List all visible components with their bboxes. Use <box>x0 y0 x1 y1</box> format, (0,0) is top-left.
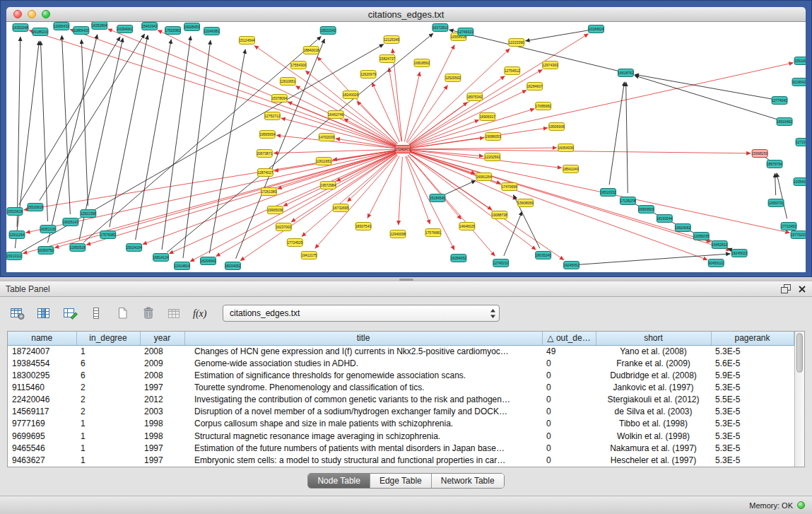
graph-node-12414814[interactable]: 12414814 <box>174 262 189 270</box>
graph-node-16284607[interactable]: 16284607 <box>527 83 543 90</box>
graph-node-16052130[interactable]: 16052130 <box>40 226 56 233</box>
table-row[interactable]: 1830029562008Estimation of significance … <box>8 370 794 382</box>
cell[interactable]: 5.3E-5 <box>711 345 794 358</box>
graph-node-10184524[interactable]: 10184524 <box>588 25 604 33</box>
graph-node-12723442[interactable]: 12723442 <box>796 139 806 146</box>
cell[interactable]: Estimation of the future numbers of pati… <box>184 443 542 455</box>
graph-node-17554300[interactable]: 17554300 <box>290 62 306 69</box>
cell[interactable]: 2008 <box>140 370 184 382</box>
cell[interactable]: 5.3E-5 <box>711 382 794 394</box>
graph-node-18579794[interactable]: 18579794 <box>767 160 782 168</box>
graph-node-18541049[interactable]: 18541049 <box>563 165 579 173</box>
graph-node-12202591[interactable]: 12202591 <box>485 153 500 161</box>
graph-node-15013112[interactable]: 15013112 <box>6 252 22 260</box>
column-header-name[interactable]: name <box>8 332 76 345</box>
cell[interactable]: 18300295 <box>8 370 76 382</box>
tab-network-table[interactable]: Network Table <box>431 474 504 488</box>
graph-node-16204542[interactable]: 16204542 <box>200 257 216 265</box>
tab-node-table[interactable]: Node Table <box>308 474 370 488</box>
graph-node-20520618[interactable]: 20520618 <box>7 208 23 216</box>
graph-node-14646025[interactable]: 14646025 <box>459 223 475 230</box>
cell[interactable]: 2008 <box>140 345 184 358</box>
graph-node-16462746[interactable]: 16462746 <box>328 111 343 119</box>
cell[interactable]: 1 <box>76 430 140 442</box>
graph-node-15184545[interactable]: 15184545 <box>430 194 445 202</box>
cell[interactable]: Genome-wide association studies in ADHD. <box>184 358 542 370</box>
graph-node-12874027[interactable]: 12874027 <box>257 169 273 177</box>
cell[interactable]: 6 <box>76 370 140 382</box>
cell[interactable]: 2 <box>76 394 140 406</box>
column-header-year[interactable]: year <box>140 332 184 345</box>
cell[interactable]: 2012 <box>140 394 184 406</box>
table-row[interactable]: 977716911998Corpus callosum shape and si… <box>8 418 794 430</box>
graph-node-15024104[interactable]: 15024104 <box>126 244 142 252</box>
graph-node-16452810[interactable]: 16452810 <box>712 241 727 249</box>
graph-node-19086053[interactable]: 19086053 <box>486 133 501 141</box>
function-builder-icon[interactable]: f(x) <box>190 304 211 322</box>
network-canvas[interactable]: 1724047118840018175543001261065115378094… <box>6 22 806 272</box>
graph-node-12754512[interactable]: 12754512 <box>505 67 520 75</box>
graph-node-19506906[interactable]: 19506906 <box>549 123 565 131</box>
graph-node-20673871[interactable]: 20673871 <box>257 150 272 158</box>
graph-node-20394061[interactable]: 20394061 <box>117 25 133 33</box>
graph-node-16054936[interactable]: 16054936 <box>558 144 574 152</box>
graph-node-12950518[interactable]: 12950518 <box>70 244 86 252</box>
graph-node-16959503[interactable]: 16959503 <box>638 206 654 214</box>
cell[interactable]: 22420046 <box>8 394 76 406</box>
cell[interactable]: Investigating the contribution of common… <box>184 394 542 406</box>
tab-edge-table[interactable]: Edge Table <box>370 474 431 488</box>
table-row[interactable]: 1872400712008Changes of HCN gene express… <box>8 345 794 358</box>
cell[interactable]: 9463627 <box>8 455 76 467</box>
network-graph[interactable]: 1724047118840018175543001261065115378094… <box>6 22 806 272</box>
cell[interactable]: 1 <box>76 455 140 467</box>
cell[interactable]: 2 <box>76 406 140 418</box>
cell[interactable]: Embryonic stem cells: a model to study s… <box>184 455 542 467</box>
graph-node-19028453[interactable]: 19028453 <box>184 23 199 31</box>
graph-node-15402943[interactable]: 15402943 <box>142 23 158 30</box>
cell[interactable]: 1997 <box>140 382 184 394</box>
graph-node-18193044[interactable]: 18193044 <box>657 215 672 223</box>
cell[interactable]: Corpus callosum shape and size in male p… <box>184 418 542 430</box>
graph-node-17710453[interactable]: 17710453 <box>781 223 796 230</box>
table-row[interactable]: 911546021997Tourette syndrome. Phenomeno… <box>8 382 794 394</box>
graph-node-19565954[interactable]: 19565954 <box>259 131 275 139</box>
graph-node-16237002[interactable]: 16237002 <box>276 223 291 231</box>
cell[interactable]: 1998 <box>140 418 184 430</box>
graph-node-19088738[interactable]: 19088738 <box>492 211 507 219</box>
graph-node-19572984[interactable]: 19572984 <box>320 182 336 189</box>
minimize-button[interactable] <box>28 10 36 18</box>
cell[interactable]: 1 <box>76 443 140 455</box>
graph-node-17261380[interactable]: 17261380 <box>261 188 276 196</box>
delete-table-icon[interactable] <box>138 304 159 322</box>
graph-node-18521042[interactable]: 18521042 <box>320 27 336 35</box>
cell[interactable]: Disruption of a novel member of a sodium… <box>184 406 542 418</box>
graph-node-19924062[interactable]: 19924062 <box>675 224 690 232</box>
row-height-icon[interactable] <box>86 304 107 322</box>
graph-node-12620979[interactable]: 12620979 <box>360 71 376 78</box>
graph-node-12650731[interactable]: 12650731 <box>768 199 784 207</box>
graph-node-19412175[interactable]: 19412175 <box>301 252 317 259</box>
graph-node-92450122[interactable]: 92450122 <box>708 259 724 267</box>
cell[interactable]: 9465546 <box>8 443 76 455</box>
cell[interactable]: 0 <box>542 406 596 418</box>
cell[interactable]: Hescheler et al. (1997) <box>596 455 711 467</box>
graph-node-15378094[interactable]: 15378094 <box>271 95 287 103</box>
import-table-icon[interactable] <box>164 304 185 322</box>
graph-node-17520382[interactable]: 17520382 <box>165 27 180 35</box>
cell[interactable]: 1 <box>76 418 140 430</box>
graph-node-16910462[interactable]: 16910462 <box>777 118 792 126</box>
graph-node-18975342[interactable]: 18975342 <box>467 93 483 101</box>
graph-node-16366750[interactable]: 16366750 <box>38 247 54 255</box>
graph-node-12529502[interactable]: 12529502 <box>445 74 461 82</box>
graph-node-16510332[interactable]: 16510332 <box>600 189 616 197</box>
close-panel-icon[interactable] <box>798 285 806 293</box>
graph-node-18240029[interactable]: 18240029 <box>343 91 358 99</box>
memory-indicator[interactable] <box>797 501 805 509</box>
table-row[interactable]: 946362711997Embryonic stem cells: a mode… <box>8 455 794 467</box>
cell[interactable]: de Silva et al. (2003) <box>596 406 711 418</box>
edit-table-icon[interactable] <box>59 304 81 322</box>
graph-node-12058235[interactable]: 12058235 <box>693 233 709 240</box>
graph-node-15520618[interactable]: 15520618 <box>28 204 43 211</box>
cell[interactable]: Stergiakouli et al. (2012) <box>596 394 711 406</box>
cell[interactable]: 5.3E-5 <box>711 443 794 455</box>
